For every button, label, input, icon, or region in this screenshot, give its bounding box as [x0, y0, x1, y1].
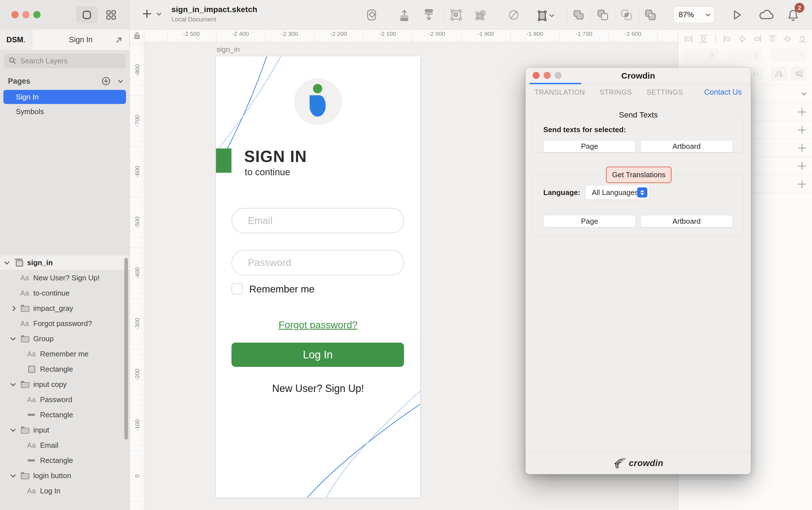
search-layers-input[interactable]: [20, 57, 105, 65]
align-left-icon[interactable]: [722, 34, 732, 44]
intersect-icon[interactable]: [620, 8, 633, 22]
layer-label: Rectangle: [40, 365, 73, 373]
forgot-password-link[interactable]: Forgot password?: [216, 319, 420, 331]
layer-row[interactable]: Email: [0, 438, 129, 453]
zoom-level-select[interactable]: 87%: [673, 6, 715, 23]
group-icon[interactable]: [450, 8, 463, 22]
layer-row[interactable]: Forgot password?: [0, 316, 129, 331]
send-backward-icon[interactable]: [422, 8, 435, 22]
canvas-view-toggle[interactable]: [76, 6, 97, 23]
layer-type-icon: [20, 379, 32, 389]
add-page-button[interactable]: [101, 77, 111, 86]
language-select[interactable]: All Languages: [585, 185, 649, 200]
pages-collapse-chevron[interactable]: [118, 78, 123, 83]
layer-row[interactable]: sign_in: [0, 255, 129, 270]
page-list-item[interactable]: Sign In: [3, 90, 126, 104]
add-style-icon[interactable]: [798, 144, 806, 152]
search-layers-field[interactable]: [4, 54, 126, 68]
layer-row[interactable]: login button: [0, 468, 129, 483]
distribute-vertical-icon[interactable]: [698, 34, 708, 44]
layer-row[interactable]: input copy: [0, 377, 129, 392]
add-style-icon[interactable]: [798, 126, 806, 134]
layer-row[interactable]: Rectangle: [0, 361, 129, 377]
no-fill-icon[interactable]: [507, 8, 520, 22]
layers-scrollbar[interactable]: [124, 258, 128, 440]
cloud-sync-button[interactable]: [757, 8, 775, 22]
layer-chevron-icon[interactable]: [11, 474, 20, 478]
page-list-item[interactable]: Symbols: [3, 104, 126, 119]
resize-icon[interactable]: [536, 8, 555, 22]
app-logo-dot: [313, 84, 322, 93]
artboard[interactable]: SIGN IN to continue Remember me Forgot p…: [216, 56, 420, 498]
grid-view-toggle[interactable]: [100, 6, 122, 23]
tab-dsm[interactable]: DSM.: [0, 30, 32, 50]
send-artboard-button[interactable]: Artboard: [640, 140, 733, 152]
select-stepper-icon[interactable]: [637, 187, 647, 198]
tab-page[interactable]: Sign In: [32, 30, 129, 50]
layer-type-icon: [20, 273, 32, 283]
send-page-button[interactable]: Page: [543, 140, 636, 152]
window-minimize-button[interactable]: [22, 11, 30, 18]
login-button[interactable]: Log In: [231, 342, 404, 367]
layer-chevron-icon[interactable]: [11, 383, 20, 386]
insert-chevron-icon[interactable]: [157, 11, 162, 16]
flip-vertical-button[interactable]: [790, 66, 807, 81]
window-zoom-button[interactable]: [33, 11, 40, 18]
align-right-icon[interactable]: [752, 34, 762, 44]
dialog-tab[interactable]: TRANSLATION: [534, 88, 585, 96]
insert-plus-button[interactable]: [141, 8, 153, 20]
password-field[interactable]: [231, 250, 404, 275]
align-top-icon[interactable]: [767, 34, 778, 44]
section-chevron-icon[interactable]: [801, 90, 806, 95]
layer-row[interactable]: impact_gray: [0, 301, 129, 316]
signup-text[interactable]: New User? Sign Up!: [216, 383, 420, 394]
layer-row[interactable]: input: [0, 422, 129, 438]
preview-play-button[interactable]: [730, 8, 743, 22]
layer-row[interactable]: Group: [0, 331, 129, 346]
layer-chevron-icon[interactable]: [11, 337, 20, 341]
get-translations-button[interactable]: Get Translations: [606, 167, 672, 183]
difference-icon[interactable]: [644, 8, 657, 22]
layer-row[interactable]: Remember me: [0, 346, 129, 361]
subtract-icon[interactable]: [596, 8, 609, 22]
open-external-arrow-icon[interactable]: [115, 36, 123, 44]
ungroup-icon[interactable]: [474, 8, 488, 22]
distribute-horizontal-icon[interactable]: [684, 34, 694, 44]
email-field[interactable]: [231, 208, 404, 233]
remember-me-checkbox[interactable]: [231, 283, 243, 295]
flip-horizontal-button[interactable]: [771, 66, 787, 81]
layer-row[interactable]: Rectangle: [0, 453, 129, 468]
bring-forward-icon[interactable]: [398, 8, 411, 22]
y-position-field[interactable]: Y: [727, 49, 763, 62]
union-icon[interactable]: [572, 8, 585, 22]
layer-chevron-icon[interactable]: [11, 306, 20, 310]
add-style-icon[interactable]: [798, 162, 806, 170]
insert-symbol-icon[interactable]: [365, 8, 378, 22]
layer-row[interactable]: Log In: [0, 483, 129, 499]
dialog-titlebar[interactable]: Crowdin: [526, 68, 751, 83]
layer-chevron-icon[interactable]: [11, 428, 20, 432]
layer-chevron-icon[interactable]: [5, 261, 14, 265]
align-middle-v-icon[interactable]: [782, 34, 792, 44]
align-bottom-icon[interactable]: [798, 34, 808, 44]
layer-type-icon: [20, 425, 32, 435]
contact-us-link[interactable]: Contact Us: [704, 88, 742, 97]
x-position-field[interactable]: X: [684, 49, 719, 62]
ruler-lock-icon[interactable]: [134, 32, 140, 40]
align-center-h-icon[interactable]: [737, 34, 748, 44]
layer-row[interactable]: Password: [0, 392, 129, 407]
layer-row[interactable]: to-continue: [0, 286, 129, 301]
artboard-title[interactable]: sign_in: [216, 45, 240, 54]
add-style-icon[interactable]: [798, 108, 806, 116]
zoom-chevron-icon: [706, 11, 710, 16]
rotation-field[interactable]: °: [771, 49, 807, 62]
layer-row[interactable]: Rectangle: [0, 407, 129, 422]
get-artboard-button[interactable]: Artboard: [640, 215, 733, 228]
v-ruler-label: -200: [130, 349, 144, 400]
window-close-button[interactable]: [11, 11, 19, 18]
dialog-tab[interactable]: SETTINGS: [646, 88, 683, 96]
layer-row[interactable]: New User? Sign Up!: [0, 270, 129, 286]
dialog-tab[interactable]: STRINGS: [600, 88, 632, 96]
get-page-button[interactable]: Page: [543, 215, 636, 228]
add-style-icon[interactable]: [798, 180, 806, 188]
